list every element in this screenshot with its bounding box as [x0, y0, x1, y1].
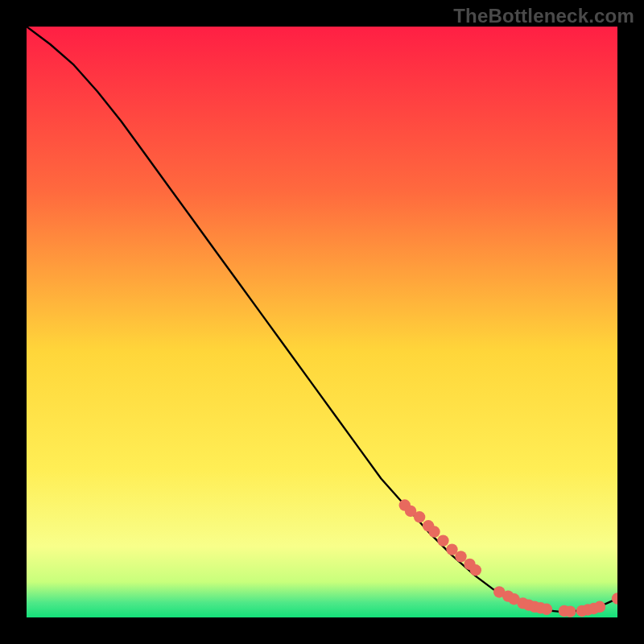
data-marker	[428, 526, 440, 537]
data-marker	[470, 564, 481, 576]
data-marker	[541, 604, 552, 615]
chart-stage: TheBottleneck.com	[0, 0, 644, 644]
data-marker	[437, 535, 448, 546]
data-marker	[455, 551, 466, 562]
data-marker	[414, 511, 425, 522]
data-marker	[594, 601, 605, 613]
data-marker	[564, 605, 576, 617]
plot-area	[27, 27, 617, 617]
chart-svg	[27, 27, 617, 617]
watermark-text: TheBottleneck.com	[453, 5, 634, 27]
